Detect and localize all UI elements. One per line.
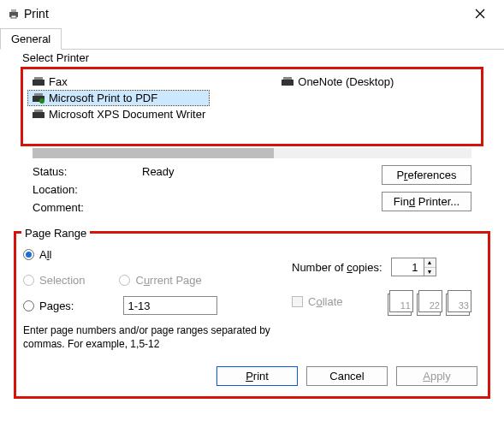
radio-all[interactable]: All <box>23 246 280 263</box>
copies-row: Number of copies: ▲ ▼ <box>292 258 471 276</box>
scrollbar-thumb[interactable] <box>33 148 274 158</box>
location-label: Location: <box>33 183 92 196</box>
select-printer-group: Select Printer Fax Microsoft Print to PD… <box>14 58 490 224</box>
printer-item-label: Fax <box>49 75 68 88</box>
printer-pdf-icon <box>32 92 45 104</box>
printer-app-icon <box>7 8 21 20</box>
printer-icon <box>32 109 45 121</box>
dialog-button-bar: Print Cancel Apply <box>23 351 481 389</box>
printer-item-label: OneNote (Desktop) <box>298 75 394 88</box>
svg-rect-10 <box>33 112 44 118</box>
svg-rect-6 <box>34 77 43 80</box>
page-range-legend: Page Range <box>21 227 90 240</box>
cancel-button[interactable]: Cancel <box>306 366 388 386</box>
page-stack-icon: 11 <box>389 290 413 312</box>
page-range-hint: Enter page numbers and/or page ranges se… <box>23 324 280 351</box>
window-title: Print <box>21 7 463 21</box>
print-button[interactable]: Print <box>216 366 298 386</box>
pages-input[interactable] <box>123 296 217 315</box>
printer-icon <box>281 76 294 88</box>
page-range-group: Page Range All Selection Current Page Pa… <box>14 231 490 399</box>
collate-checkbox <box>292 296 303 307</box>
tab-general[interactable]: General <box>0 28 62 50</box>
status-label: Status: <box>33 165 92 178</box>
radio-selection: Selection <box>23 271 85 288</box>
printer-item-fax[interactable]: Fax <box>28 74 209 89</box>
close-icon <box>475 9 485 19</box>
collate-row: Collate 11 22 33 <box>292 290 471 312</box>
svg-rect-13 <box>283 77 292 80</box>
svg-rect-11 <box>34 110 43 112</box>
find-printer-button[interactable]: Find Printer... <box>382 192 471 211</box>
svg-rect-8 <box>34 93 43 96</box>
printer-item-ms-pdf[interactable]: Microsoft Print to PDF <box>28 91 209 105</box>
printer-item-onenote[interactable]: OneNote (Desktop) <box>277 74 397 89</box>
comment-label: Comment: <box>33 201 92 214</box>
svg-point-9 <box>39 98 44 104</box>
apply-button: Apply <box>396 366 477 386</box>
radio-current-page: Current Page <box>119 271 201 288</box>
page-stack-icon: 22 <box>418 290 442 312</box>
printer-icon <box>32 76 45 88</box>
svg-rect-2 <box>11 15 16 18</box>
svg-rect-5 <box>33 80 44 86</box>
tab-strip: General <box>0 27 504 50</box>
spinner-up[interactable]: ▲ <box>424 258 436 268</box>
highlight-printer-box: Fax Microsoft Print to PDF Microsoft Pri… <box>21 67 483 146</box>
printer-status-block: Status: Ready Location: Comment: Prefere… <box>33 165 471 214</box>
copies-input[interactable] <box>391 258 424 276</box>
select-printer-legend: Select Printer <box>19 51 92 64</box>
page-stack-icon: 33 <box>448 290 471 312</box>
printer-item-label: Microsoft Print to PDF <box>49 92 157 104</box>
preferences-button[interactable]: Preferences <box>382 165 471 185</box>
copies-spinner[interactable]: ▲ ▼ <box>391 258 436 276</box>
radio-pages[interactable]: Pages: <box>23 297 280 314</box>
svg-rect-12 <box>282 80 294 86</box>
svg-rect-1 <box>11 9 16 12</box>
printer-list: Fax Microsoft Print to PDF Microsoft Pri… <box>28 74 476 139</box>
spinner-down[interactable]: ▼ <box>424 268 436 276</box>
collate-illustration: 11 22 33 <box>389 290 471 312</box>
printer-list-scrollbar[interactable] <box>33 148 471 158</box>
close-button[interactable] <box>463 0 497 27</box>
printer-item-label: Microsoft XPS Document Writer <box>49 108 205 121</box>
status-value: Ready <box>142 165 175 178</box>
titlebar: Print <box>0 0 504 27</box>
printer-item-ms-xps[interactable]: Microsoft Print to PDF Microsoft XPS Doc… <box>28 107 209 122</box>
